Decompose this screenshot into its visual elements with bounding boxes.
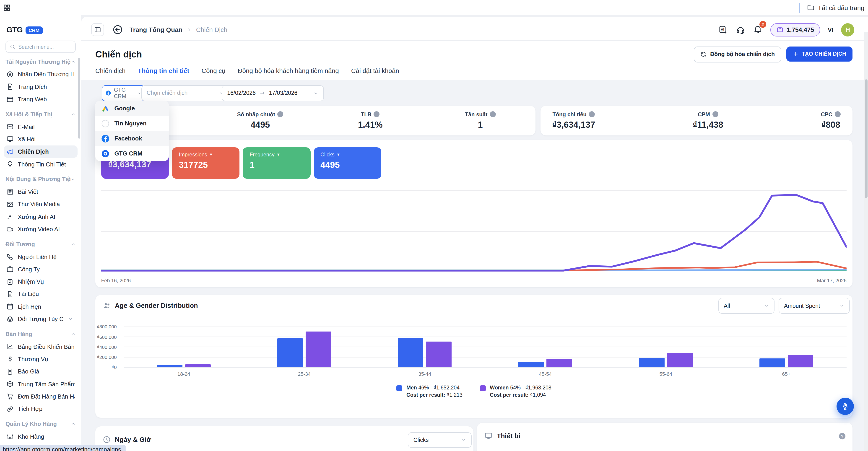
sidebar-item[interactable]: Trang Web	[4, 93, 78, 105]
tab-grid-icon[interactable]	[3, 4, 10, 11]
help-icon[interactable]	[374, 111, 380, 118]
breadcrumb-root[interactable]: Trang Tổng Quan	[129, 26, 182, 33]
create-campaign-button[interactable]: TẠO CHIẾN DỊCH	[786, 46, 852, 61]
main-scrollbar[interactable]	[864, 32, 868, 451]
sidebar-item[interactable]: Nhiệm Vụ	[4, 276, 78, 288]
chip-label[interactable]: Frequency	[250, 152, 310, 157]
account-menu-item[interactable]: Google	[95, 101, 169, 116]
sidebar-section[interactable]: Bán Hàng	[5, 328, 78, 341]
sidebar-section[interactable]: Nội Dung & Phương Tiện	[5, 173, 78, 186]
tab[interactable]: Cài đặt tài khoản	[351, 67, 399, 80]
bar-men-18-24[interactable]	[157, 364, 182, 367]
language-button[interactable]: VI	[828, 26, 833, 33]
sidebar-item[interactable]: Tích Hợp	[4, 402, 78, 415]
sidebar-scrollbar[interactable]	[78, 58, 80, 139]
metric-chip[interactable]: Frequency 1	[243, 147, 310, 179]
chevron-up-icon	[71, 422, 76, 427]
notifications-button[interactable]: 2	[753, 24, 763, 35]
sidebar-item[interactable]: Bài Viết	[4, 186, 78, 198]
age-filter-select[interactable]: All	[718, 298, 775, 314]
search-input[interactable]: Search menu...	[5, 40, 76, 53]
bar-women-45-54[interactable]	[547, 359, 572, 367]
account-select[interactable]: GTG CRM	[101, 85, 145, 101]
legend-swatch	[396, 386, 402, 391]
bar-women-55-64[interactable]	[667, 353, 693, 367]
sidebar-item[interactable]: Kho Hàng	[4, 430, 78, 443]
sidebar-item[interactable]: Báo Giá	[4, 365, 78, 378]
bookmarks-button[interactable]: Tất cả dấu trang	[799, 0, 864, 15]
chip-label[interactable]: Clicks	[320, 152, 381, 157]
sidebar-item[interactable]: Lịch Hẹn	[4, 300, 78, 313]
legend-subtitle: Cost per result: ₫1,094	[490, 392, 552, 398]
bar-group-35-44	[365, 327, 485, 367]
main-header: Trang Tổng Quan Chiến Dịch AI 2 1,754,47…	[91, 23, 854, 36]
bar-men-45-54[interactable]	[518, 361, 544, 367]
date-time-metric-select[interactable]: Clicks	[408, 432, 472, 448]
logo[interactable]: GTG CRM	[6, 26, 81, 35]
help-icon[interactable]	[589, 111, 595, 118]
sidebar-item[interactable]: Xưởng Video AI	[4, 223, 78, 235]
sidebar-item[interactable]: Tài Liệu	[4, 288, 78, 300]
sidebar-item[interactable]: Trung Tâm Sản Phẩm	[4, 378, 78, 390]
metric-chip[interactable]: Impressions 317725	[172, 147, 240, 179]
devices-header: Thiết bị	[485, 431, 520, 440]
bar-men-55-64[interactable]	[639, 358, 664, 367]
sidebar-item[interactable]: Nhận Diện Thương Hi...	[4, 68, 78, 81]
title-bar: Chiến dịch Đồng bộ hóa chiến dịch TẠO CH…	[95, 46, 852, 62]
bar-men-25-34[interactable]	[277, 339, 303, 367]
sidebar-item[interactable]: Bảng Điều Khiển Bán ...	[4, 341, 78, 353]
sidebar-item[interactable]: Công Ty	[4, 263, 78, 276]
sidebar-item[interactable]: Người Liên Hệ	[4, 251, 78, 263]
help-icon[interactable]	[278, 111, 283, 118]
bar-men-65+[interactable]	[760, 359, 785, 367]
scrollbar-thumb[interactable]	[865, 79, 868, 198]
sidebar-item[interactable]: Thương Vụ	[4, 353, 78, 365]
support-button[interactable]	[736, 25, 745, 34]
boost-floating-button[interactable]	[837, 398, 854, 415]
avatar[interactable]: H	[841, 23, 854, 36]
help-icon[interactable]: ?	[838, 432, 846, 440]
sidebar-section[interactable]: Xã Hội & Tiếp Thị	[5, 108, 78, 121]
account-menu-item[interactable]: GTG CRM	[95, 146, 169, 161]
metric-chip[interactable]: Clicks 4495	[314, 147, 381, 179]
account-menu-item[interactable]: Facebook	[95, 131, 169, 146]
tab[interactable]: Chiến dịch	[95, 67, 125, 80]
sidebar-item[interactable]: Xưởng Ảnh AI	[4, 211, 78, 223]
date-time-header: Ngày & Giờ	[103, 435, 151, 444]
sidebar-toggle-button[interactable]	[91, 23, 104, 36]
sync-campaigns-button[interactable]: Đồng bộ hóa chiến dịch	[694, 46, 781, 62]
sidebar-item[interactable]: Trang Đích	[4, 80, 78, 93]
sidebar-section[interactable]: Quản Lý Kho Hàng	[5, 418, 78, 430]
section-label: Xã Hội & Tiếp Thị	[5, 111, 71, 118]
sidebar-item[interactable]: Chiến Dịch	[4, 146, 78, 158]
tab[interactable]: Công cụ	[202, 67, 225, 80]
chip-label[interactable]: Impressions	[179, 152, 240, 157]
credits-pill[interactable]: 1,754,475	[770, 23, 820, 36]
bar-women-35-44[interactable]	[426, 342, 452, 367]
sidebar-item[interactable]: Đối Tượng Tùy Chỉnh	[4, 313, 78, 325]
ai-assistant-button[interactable]: AI	[718, 25, 728, 34]
help-icon[interactable]	[835, 111, 841, 118]
sidebar-section[interactable]: Tài Nguyên Thương Hiệu	[5, 56, 78, 68]
back-button[interactable]	[112, 24, 123, 35]
tab[interactable]: Đồng bộ hóa khách hàng tiềm năng	[238, 67, 339, 80]
sidebar-item[interactable]: Thư Viện Media	[4, 198, 78, 211]
bar-women-25-34[interactable]	[306, 331, 331, 367]
campaign-select[interactable]: Chọn chiến dịch	[141, 85, 229, 101]
sidebar-item[interactable]: Thông Tin Chi Tiết	[4, 158, 78, 170]
sidebar-item[interactable]: Đơn Đặt Hàng Bán Hà...	[4, 390, 78, 402]
metric-filter-select[interactable]: Amount Spent	[778, 298, 850, 314]
bar-women-65+[interactable]	[788, 355, 813, 367]
search-placeholder: Search menu...	[18, 44, 54, 50]
account-menu-item[interactable]: Tin Nguyen	[95, 116, 169, 131]
sidebar-section[interactable]: Đối Tượng	[5, 238, 78, 251]
tab[interactable]: Thông tin chi tiết	[138, 67, 189, 80]
help-icon[interactable]	[712, 111, 718, 118]
date-range-picker[interactable]: 16/02/2026 17/03/2026	[222, 85, 324, 101]
stats-card-right: Tổng chi tiêu ₫3,634,137 CPM ₫11,438 CPC…	[540, 105, 852, 135]
bar-men-35-44[interactable]	[398, 339, 424, 367]
sidebar-item[interactable]: E-Mail	[4, 121, 78, 133]
sidebar-item[interactable]: Xã Hội	[4, 133, 78, 146]
bar-women-18-24[interactable]	[185, 364, 211, 367]
help-icon[interactable]	[490, 111, 496, 118]
